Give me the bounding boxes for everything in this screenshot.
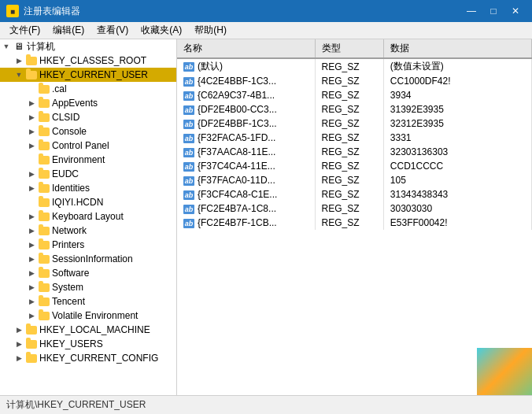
tree-item-identities[interactable]: ▶ Identities [0,181,176,195]
table-row[interactable]: ab{DF2E4B00-CC3...REG_SZ31392E3935 [177,102,532,116]
tree-item-keyboard[interactable]: ▶ Keyboard Layout [0,209,176,224]
menu-edit[interactable]: 编辑(E) [46,22,91,39]
cell-name: ab{DF2E4BBF-1C3... [177,116,315,131]
menu-file[interactable]: 文件(F) [3,22,46,39]
cell-name: ab(默认) [177,58,315,74]
maximize-button[interactable]: □ [483,3,504,19]
folder-icon-environment [38,154,50,165]
tree-item-hku[interactable]: ▶ HKEY_USERS [0,337,176,351]
registry-tree: ▼ 🖥 计算机 ▶ HKEY_CLASSES_ROOT ▼ HKEY_CURRE… [0,39,177,395]
toggle-network[interactable]: ▶ [25,224,38,237]
tree-item-console[interactable]: ▶ Console [0,124,176,139]
tree-item-printers[interactable]: ▶ Printers [0,238,176,252]
registry-table: 名称 类型 数据 ab(默认)REG_SZ(数值未设置)ab{4C2E4BBF-… [177,39,532,230]
folder-icon-hku [25,338,38,349]
table-row[interactable]: ab{F37AACA8-11E...REG_SZ32303136303 [177,145,532,159]
toggle-appevents[interactable]: ▶ [25,97,38,109]
cell-data: CC1000DF42! [383,74,531,88]
title-bar: ■ 注册表编辑器 — □ ✕ [0,0,532,22]
label-hkcr: HKEY_CLASSES_ROOT [39,55,146,66]
table-row[interactable]: ab{FC2E4B7F-1CB...REG_SZE53FF00042! [177,216,532,230]
cell-name: ab{F32FACA5-1FD... [177,131,315,145]
table-row[interactable]: ab{F3CF4CA8-C1E...REG_SZ31343438343 [177,187,532,201]
toggle-console[interactable]: ▶ [25,125,38,138]
table-row[interactable]: ab{4C2E4BBF-1C3...REG_SZCC1000DF42! [177,74,532,88]
tree-item-sessioninfo[interactable]: ▶ SessionInformation [0,252,176,266]
table-row[interactable]: ab{F37C4CA4-11E...REG_SZCCD1CCCC [177,159,532,173]
tree-item-network[interactable]: ▶ Network [0,224,176,238]
status-text: 计算机\HKEY_CURRENT_USER [6,398,146,412]
toggle-clsid[interactable]: ▶ [25,111,38,124]
tree-item-volatile[interactable]: ▶ Volatile Environment [0,309,176,323]
tree-item-appevents[interactable]: ▶ AppEvents [0,96,176,110]
table-row[interactable]: ab{F37FACA0-11D...REG_SZ105 [177,173,532,187]
folder-icon-identities [38,183,50,194]
cell-type: REG_SZ [315,88,383,102]
status-bar: 计算机\HKEY_CURRENT_USER [0,395,532,414]
table-row[interactable]: ab{F32FACA5-1FD...REG_SZ3331 [177,131,532,145]
toggle-printers[interactable]: ▶ [25,238,38,251]
folder-icon-volatile [38,310,50,321]
label-environment: Environment [52,154,105,165]
label-eudc: EUDC [52,168,79,179]
folder-icon-cal [38,83,50,94]
toggle-hklm[interactable]: ▶ [13,323,25,336]
tree-item-tencent[interactable]: ▶ Tencent [0,294,176,309]
tree-item-hkcc[interactable]: ▶ HKEY_CURRENT_CONFIG [0,351,176,365]
table-row[interactable]: ab{C62A9C37-4B1...REG_SZ3934 [177,88,532,102]
menu-favorites[interactable]: 收藏夹(A) [135,22,188,39]
folder-icon-eudc [38,168,50,179]
table-row[interactable]: ab{DF2E4BBF-1C3...REG_SZ32312E3935 [177,116,532,131]
tree-item-eudc[interactable]: ▶ EUDC [0,167,176,181]
cell-name: ab{F37FACA0-11D... [177,173,315,187]
minimize-button[interactable]: — [461,3,482,19]
tree-item-software[interactable]: ▶ Software [0,266,176,280]
toggle-iqiyi[interactable]: ▶ [25,196,38,209]
tree-item-hkcu[interactable]: ▼ HKEY_CURRENT_USER [0,68,176,82]
toggle-system[interactable]: ▶ [25,281,38,294]
tree-item-cal[interactable]: ▶ .cal [0,82,176,96]
cell-data: 3934 [383,88,531,102]
toggle-hku[interactable]: ▶ [13,338,25,350]
toggle-eudc[interactable]: ▶ [25,168,38,180]
tree-item-system[interactable]: ▶ System [0,280,176,294]
toggle-hkcr[interactable]: ▶ [13,54,25,67]
tree-root[interactable]: ▼ 🖥 计算机 [0,39,176,54]
toggle-identities[interactable]: ▶ [25,182,38,194]
tree-item-controlpanel[interactable]: ▶ Control Panel [0,139,176,153]
menu-help[interactable]: 帮助(H) [188,22,233,39]
table-row[interactable]: ab(默认)REG_SZ(数值未设置) [177,58,532,74]
label-hkcu: HKEY_CURRENT_USER [39,69,148,80]
tree-item-clsid[interactable]: ▶ CLSID [0,110,176,124]
cell-type: REG_SZ [315,216,383,230]
label-iqiyi: IQIYI.HCDN [52,197,103,208]
toggle-keyboard[interactable]: ▶ [25,210,38,223]
toggle-software[interactable]: ▶ [25,267,38,279]
close-button[interactable]: ✕ [505,3,526,19]
tree-item-hkcr[interactable]: ▶ HKEY_CLASSES_ROOT [0,54,176,68]
folder-icon-hklm [25,324,38,335]
tree-item-environment[interactable]: ▶ Environment [0,153,176,167]
toggle-environment[interactable]: ▶ [25,153,38,166]
toggle-tencent[interactable]: ▶ [25,295,38,308]
cell-type: REG_SZ [315,159,383,173]
toggle-hkcu[interactable]: ▼ [13,68,25,81]
tree-item-iqiyi[interactable]: ▶ IQIYI.HCDN [0,195,176,209]
tree-toggle-root[interactable]: ▼ [0,40,13,53]
table-row[interactable]: ab{FC2E4B7A-1C8...REG_SZ30303030 [177,201,532,216]
toggle-sessioninfo[interactable]: ▶ [25,253,38,265]
cell-name: ab{4C2E4BBF-1C3... [177,74,315,88]
folder-icon-appevents [38,98,50,109]
folder-icon-software [38,268,50,279]
toggle-controlpanel[interactable]: ▶ [25,139,38,152]
tree-item-hklm[interactable]: ▶ HKEY_LOCAL_MACHINE [0,323,176,337]
label-network: Network [52,225,87,236]
cell-type: REG_SZ [315,173,383,187]
cell-data: 31392E3935 [383,102,531,116]
menu-view[interactable]: 查看(V) [91,22,135,39]
toggle-cal[interactable]: ▶ [25,83,38,95]
label-keyboard: Keyboard Layout [52,211,124,222]
toggle-hkcc[interactable]: ▶ [13,352,25,364]
label-volatile: Volatile Environment [52,310,138,321]
toggle-volatile[interactable]: ▶ [25,309,38,322]
